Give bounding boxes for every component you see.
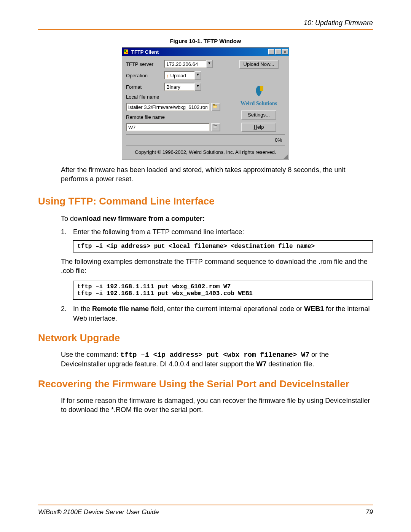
heading-tftp-cli: Using TFTP: Command Line Interface (38, 195, 373, 207)
step-2: 2. In the Remote file name field, enter … (61, 304, 373, 323)
svg-rect-7 (260, 86, 263, 91)
examples-intro: The following examples demonstrate the T… (61, 257, 373, 276)
upload-arrow-icon: ↑ (166, 73, 169, 78)
format-label: Format (126, 84, 164, 90)
localfile-input[interactable] (126, 103, 210, 111)
resize-grip-icon[interactable] (284, 154, 288, 159)
tftp-title-text: TFTP Client (131, 49, 268, 55)
help-label-rest: elp (257, 124, 264, 130)
example-line-2: tftp –i 192.168.1.111 put wbx_webm_1403.… (77, 290, 369, 297)
tftp-server-label: TFTP server (126, 61, 164, 67)
tftp-server-input[interactable] (164, 60, 206, 68)
page-header-chapter: 10: Updating Firmware (38, 19, 373, 27)
s2c: field, enter the current internal operat… (149, 305, 304, 313)
step-1-number: 1. (61, 227, 73, 236)
nu-code: tftp –i <ip address> put <wbx rom filena… (120, 351, 309, 359)
maximize-button[interactable]: □ (275, 49, 281, 54)
tftp-client-window: TFTP Client _ □ × TFTP server ▼ Operatio… (122, 47, 289, 160)
settings-label-rest: ettings... (251, 112, 270, 118)
s2a: In the (73, 305, 92, 313)
step-1: 1. Enter the following from a TFTP comma… (61, 227, 373, 236)
footer-doc-title: WiBox® 2100E Device Server User Guide (38, 508, 159, 516)
tftp-titlebar: TFTP Client _ □ × (122, 48, 289, 56)
operation-dropdown[interactable]: ▼ (194, 71, 201, 80)
s2b: Remote file name (92, 305, 149, 313)
step-2-number: 2. (61, 304, 73, 323)
svg-rect-1 (124, 50, 126, 52)
app-icon (123, 49, 129, 55)
page-footer: WiBox® 2100E Device Server User Guide 79 (38, 505, 373, 516)
operation-label: Operation (126, 73, 164, 78)
after-figure-paragraph: After the firmware has been loaded and s… (61, 165, 373, 184)
footer-rule (38, 505, 373, 505)
upload-now-button[interactable]: Upload Now... (239, 60, 279, 69)
format-input[interactable] (164, 83, 194, 91)
minimize-button[interactable]: _ (268, 49, 274, 54)
svg-rect-4 (213, 105, 215, 106)
brand-logo-icon (251, 84, 266, 98)
help-button[interactable]: Help (241, 123, 276, 132)
svg-rect-6 (213, 125, 215, 126)
example-line-1: tftp –i 192.168.1.111 put wbxg_6102.rom … (77, 283, 369, 290)
step-1-text: Enter the following from a TFTP command … (73, 227, 244, 236)
upload-now-label: Upload Now... (244, 61, 274, 67)
step-2-text: In the Remote file name field, enter the… (73, 304, 373, 323)
nu-d: W7 (256, 360, 266, 368)
localfile-label: Local file name (126, 94, 159, 100)
code-block-examples: tftp –i 192.168.1.111 put wbxg_6102.rom … (73, 281, 373, 300)
download-intro: To download new firmware from a computer… (61, 215, 373, 223)
tftp-copyright: Copyright © 1996-2002, Weird Solutions, … (126, 145, 285, 157)
recovering-para: If for some reason the firmware is damag… (61, 396, 373, 415)
figure-caption: Figure 10-1. TFTP Window (38, 38, 373, 44)
s2d: WEB1 (304, 305, 324, 313)
tftp-server-dropdown[interactable]: ▼ (206, 60, 213, 68)
brand-block: Weird Solutions (241, 84, 277, 107)
footer-page-number: 79 (366, 508, 373, 516)
format-dropdown[interactable]: ▼ (194, 83, 201, 91)
remotefile-label: Remote file name (126, 114, 165, 120)
network-upgrade-para: Use the command: tftp –i <ip address> pu… (61, 350, 373, 369)
header-rule (38, 29, 373, 30)
browse-remotefile-button[interactable] (211, 123, 220, 131)
code-block-syntax: tftp –i <ip address> put <local filename… (73, 240, 373, 252)
heading-recovering-firmware: Recovering the Firmware Using the Serial… (38, 378, 373, 390)
intro-lead: To dow (61, 215, 83, 222)
svg-rect-2 (126, 52, 127, 53)
brand-text: Weird Solutions (241, 101, 277, 107)
settings-button[interactable]: Settings... (241, 110, 276, 120)
browse-localfile-button[interactable] (211, 103, 220, 111)
heading-network-upgrade: Network Upgrade (38, 332, 373, 344)
remotefile-input[interactable] (126, 123, 210, 131)
nu-e: destination file. (266, 360, 314, 368)
nu-a: Use the command: (61, 351, 120, 358)
intro-bold: nload new firmware from a computer: (83, 215, 205, 222)
progress-text: 0% (126, 134, 285, 143)
close-button[interactable]: × (282, 49, 288, 54)
operation-value: Upload (170, 73, 186, 78)
